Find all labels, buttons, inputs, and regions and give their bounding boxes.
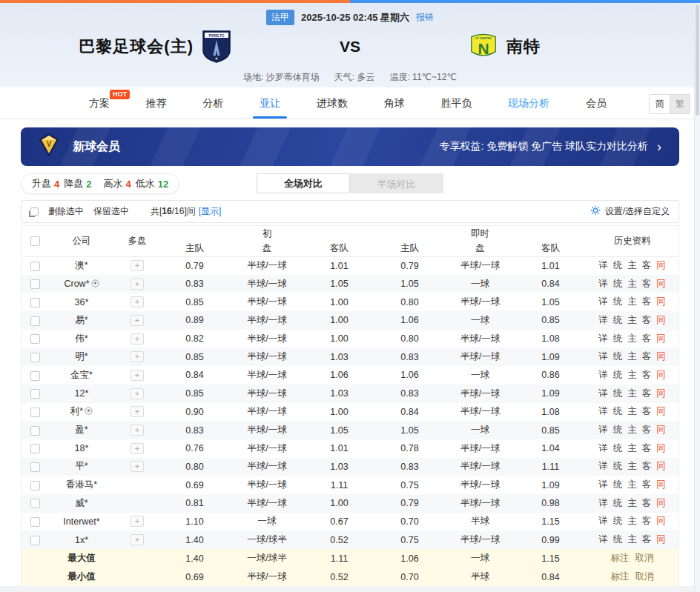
- history-stats-link[interactable]: 统: [613, 479, 623, 491]
- multi-odds-button[interactable]: +: [131, 425, 144, 436]
- mark-link[interactable]: 标注: [611, 571, 630, 583]
- cancel-link[interactable]: 取消: [635, 571, 654, 583]
- history-away-link[interactable]: 客: [642, 533, 652, 546]
- tab-analysis[interactable]: 分析: [203, 87, 224, 119]
- history-detail-link[interactable]: 详: [598, 369, 608, 382]
- multi-odds-button[interactable]: +: [131, 315, 144, 326]
- delete-selected-button[interactable]: 删除选中: [48, 205, 84, 218]
- history-detail-link[interactable]: 详: [598, 533, 608, 546]
- history-detail-link[interactable]: 详: [598, 259, 608, 272]
- multi-odds-button[interactable]: +: [131, 333, 144, 345]
- scrollbar-thumb[interactable]: [696, 4, 699, 116]
- history-away-link[interactable]: 客: [642, 497, 652, 510]
- history-same-link[interactable]: 同: [656, 460, 666, 473]
- multi-odds-button[interactable]: +: [131, 260, 144, 271]
- select-all-checkbox[interactable]: [30, 236, 40, 246]
- history-home-link[interactable]: 主: [627, 314, 637, 327]
- row-checkbox[interactable]: [30, 262, 40, 271]
- history-away-link[interactable]: 客: [642, 259, 652, 272]
- history-same-link[interactable]: 同: [656, 296, 666, 308]
- history-stats-link[interactable]: 统: [613, 350, 623, 363]
- history-detail-link[interactable]: 详: [598, 515, 608, 528]
- tab-live-analysis[interactable]: 现场分析: [508, 87, 549, 119]
- history-stats-link[interactable]: 统: [613, 405, 623, 418]
- row-checkbox[interactable]: [30, 481, 40, 490]
- history-away-link[interactable]: 客: [642, 296, 652, 308]
- history-detail-link[interactable]: 详: [598, 296, 608, 308]
- multi-odds-button[interactable]: +: [131, 406, 144, 417]
- multi-odds-button[interactable]: +: [131, 296, 144, 307]
- tab-plans[interactable]: 方案 HOT: [89, 87, 110, 119]
- multi-odds-button[interactable]: +: [131, 351, 144, 362]
- history-detail-link[interactable]: 详: [598, 333, 608, 345]
- history-detail-link[interactable]: 详: [598, 388, 608, 400]
- history-detail-link[interactable]: 详: [598, 350, 608, 363]
- history-same-link[interactable]: 同: [656, 424, 666, 436]
- history-home-link[interactable]: 主: [627, 259, 637, 272]
- row-checkbox[interactable]: [30, 279, 40, 289]
- history-home-link[interactable]: 主: [627, 479, 637, 491]
- history-detail-link[interactable]: 详: [598, 460, 608, 473]
- history-home-link[interactable]: 主: [627, 497, 637, 510]
- keep-selected-button[interactable]: 保留选中: [93, 205, 129, 218]
- history-same-link[interactable]: 同: [656, 278, 666, 290]
- history-detail-link[interactable]: 详: [598, 278, 608, 290]
- history-stats-link[interactable]: 统: [613, 515, 623, 528]
- row-checkbox[interactable]: [30, 444, 40, 453]
- history-detail-link[interactable]: 详: [598, 405, 608, 418]
- history-home-link[interactable]: 主: [627, 388, 637, 400]
- multi-odds-button[interactable]: +: [131, 279, 144, 290]
- history-home-link[interactable]: 主: [627, 333, 637, 345]
- tab-recommend[interactable]: 推荐: [146, 87, 167, 119]
- history-home-link[interactable]: 主: [627, 424, 637, 436]
- history-home-link[interactable]: 主: [627, 369, 637, 382]
- tab-win-draw-lose[interactable]: 胜平负: [441, 87, 472, 119]
- history-stats-link[interactable]: 统: [613, 278, 623, 290]
- history-away-link[interactable]: 客: [642, 479, 652, 491]
- history-away-link[interactable]: 客: [642, 333, 652, 345]
- row-checkbox[interactable]: [30, 389, 40, 399]
- vertical-scrollbar[interactable]: [694, 3, 700, 592]
- row-checkbox[interactable]: [30, 408, 40, 417]
- history-stats-link[interactable]: 统: [613, 388, 623, 400]
- history-detail-link[interactable]: 详: [598, 497, 608, 510]
- history-away-link[interactable]: 客: [642, 460, 652, 473]
- multi-odds-button[interactable]: +: [131, 370, 144, 381]
- history-stats-link[interactable]: 统: [613, 369, 623, 382]
- history-stats-link[interactable]: 统: [613, 333, 623, 345]
- history-stats-link[interactable]: 统: [613, 259, 623, 272]
- history-home-link[interactable]: 主: [627, 350, 637, 363]
- history-home-link[interactable]: 主: [627, 296, 637, 308]
- history-same-link[interactable]: 同: [656, 442, 666, 455]
- history-same-link[interactable]: 同: [656, 350, 666, 363]
- history-same-link[interactable]: 同: [656, 533, 666, 546]
- history-home-link[interactable]: 主: [627, 460, 637, 473]
- row-checkbox[interactable]: [30, 298, 40, 307]
- history-same-link[interactable]: 同: [656, 388, 666, 400]
- history-same-link[interactable]: 同: [656, 405, 666, 418]
- cancel-link[interactable]: 取消: [635, 552, 654, 565]
- multi-odds-button[interactable]: +: [131, 388, 144, 399]
- history-same-link[interactable]: 同: [656, 333, 666, 345]
- history-away-link[interactable]: 客: [642, 405, 652, 418]
- history-away-link[interactable]: 客: [642, 424, 652, 436]
- row-checkbox[interactable]: [30, 371, 40, 381]
- history-same-link[interactable]: 同: [656, 497, 666, 510]
- history-stats-link[interactable]: 统: [613, 314, 623, 327]
- row-checkbox[interactable]: [30, 499, 40, 508]
- multi-odds-button[interactable]: +: [131, 443, 144, 454]
- multi-odds-button[interactable]: +: [131, 516, 144, 527]
- history-detail-link[interactable]: 详: [598, 314, 608, 327]
- history-home-link[interactable]: 主: [627, 515, 637, 528]
- row-checkbox[interactable]: [30, 353, 40, 362]
- history-home-link[interactable]: 主: [627, 278, 637, 290]
- row-checkbox[interactable]: [30, 462, 40, 472]
- history-detail-link[interactable]: 详: [598, 442, 608, 455]
- history-same-link[interactable]: 同: [656, 259, 666, 272]
- multi-odds-button[interactable]: +: [131, 461, 144, 472]
- row-checkbox[interactable]: [30, 334, 40, 344]
- tab-asian-handicap[interactable]: 亚让: [260, 87, 280, 119]
- tab-halftime-compare[interactable]: 半场对比: [350, 173, 443, 193]
- tab-fulltime-compare[interactable]: 全场对比: [257, 173, 350, 193]
- tab-goals[interactable]: 进球数: [317, 87, 348, 119]
